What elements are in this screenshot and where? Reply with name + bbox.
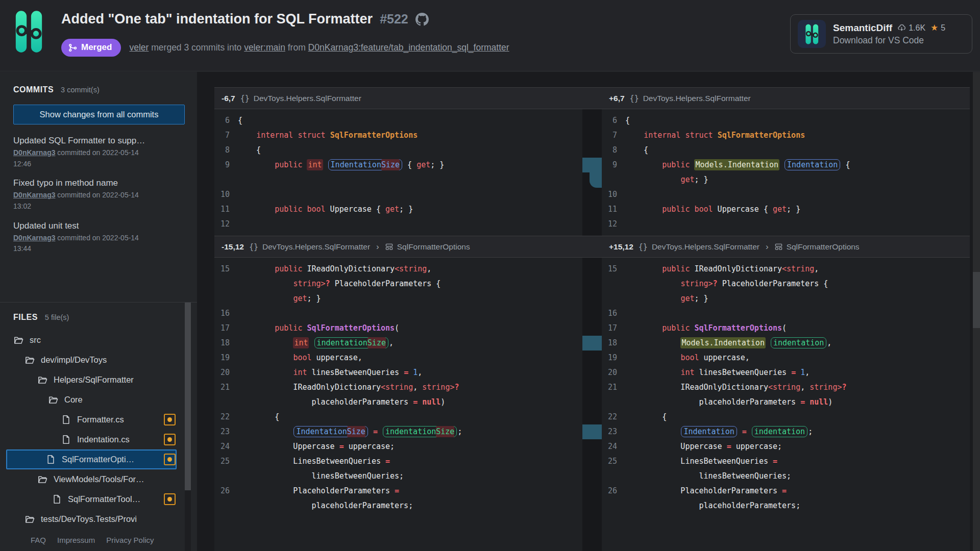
line-number: 23 — [214, 424, 238, 439]
hunk-breadcrumb: {}DevToys.Helpers.SqlFormatter — [249, 242, 370, 252]
line-number: 18 — [602, 336, 625, 350]
line-number: 21 — [602, 380, 625, 395]
line-number: 7 — [602, 128, 625, 143]
line-number: 12 — [214, 217, 238, 232]
line-number: 9 — [214, 158, 238, 172]
code-line: 24 Uppercase = uppercase; — [214, 439, 582, 454]
line-number — [214, 469, 238, 484]
line-number: 19 — [602, 350, 625, 365]
renamed-identifier-box: indentation — [771, 337, 826, 348]
code-line: string>? PlaceholderParameters { — [214, 277, 582, 291]
namespace-icon: {} — [630, 94, 639, 103]
commit-author-link[interactable]: D0nKarnag3 — [13, 148, 55, 157]
tree-label: Helpers/SqlFormatter — [54, 375, 176, 385]
commit-item[interactable]: Updated SQL Formatter to supp…D0nKarnag3… — [13, 136, 184, 169]
hunk-header-new: +15,12{}DevToys.Helpers.SqlFormatter›Sql… — [602, 236, 970, 258]
head-branch-link[interactable]: D0nKarnag3:feature/tab_indentation_sql_f… — [308, 42, 509, 53]
code-line: string>? PlaceholderParameters { — [602, 277, 970, 291]
base-branch-link[interactable]: veler:main — [244, 42, 285, 53]
commit-meta: D0nKarnag3 committed on 2022-05-14 13:02 — [13, 190, 151, 212]
code-line: 7 internal struct SqlFormatterOptions — [602, 128, 970, 143]
commit-author-link[interactable]: D0nKarnag3 — [13, 234, 55, 242]
line-number: 9 — [602, 158, 625, 172]
hunk-header-old: -6,7{}DevToys.Helpers.SqlFormatter — [214, 87, 582, 109]
tree-folder-tests-devtoys-tests-provi[interactable]: tests/DevToys.Tests/Provi — [0, 509, 177, 529]
line-number: 17 — [214, 321, 238, 336]
tree-label: SqlFormatterOpti… — [62, 455, 160, 464]
hunk-breadcrumb: {}DevToys.Helpers.SqlFormatter — [639, 242, 760, 252]
code-line: 16 — [602, 306, 970, 321]
commit-item[interactable]: Updated unit testD0nKarnag3 committed on… — [13, 221, 184, 255]
footer-link-faq[interactable]: FAQ — [31, 536, 46, 544]
line-number — [602, 291, 625, 306]
code-line: 21 IReadOnlyDictionary<string, string>? — [602, 380, 970, 395]
author-link[interactable]: veler — [129, 42, 149, 53]
hunk-breadcrumb: {}DevToys.Helpers.SqlFormatter — [240, 94, 361, 103]
sidebar-scrollbar-thumb[interactable] — [185, 303, 191, 490]
line-number: 22 — [602, 410, 625, 424]
code-line: 18 Models.Indentation indentation, — [602, 336, 970, 350]
line-number: 11 — [214, 202, 238, 217]
line-number: 16 — [602, 306, 625, 321]
show-all-commits-button[interactable]: Show changes from all commits — [13, 105, 185, 124]
line-number: 11 — [602, 202, 625, 217]
line-number — [602, 498, 625, 513]
tree-folder-dev-impl-devtoys[interactable]: dev/impl/DevToys — [0, 350, 177, 370]
folder-icon — [48, 395, 58, 405]
tree-folder-helpers-sqlformatter[interactable]: Helpers/SqlFormatter — [0, 370, 177, 390]
github-icon[interactable] — [415, 13, 429, 26]
commit-item[interactable]: Fixed typo in method nameD0nKarnag3 comm… — [13, 178, 184, 212]
tree-file-sqlformatteropti-[interactable]: SqlFormatterOpti… — [6, 449, 177, 469]
folder-icon — [14, 335, 23, 345]
line-number — [602, 469, 625, 484]
namespace-icon: {} — [639, 242, 648, 252]
tree-file-indentation-cs[interactable]: Indentation.cs — [0, 430, 177, 449]
tree-folder-viewmodels-tools-for-[interactable]: ViewModels/Tools/For… — [0, 469, 177, 489]
tree-label: src — [30, 335, 176, 345]
line-number: 17 — [602, 321, 625, 336]
code-line: 8 { — [214, 143, 582, 158]
line-number: 26 — [602, 484, 625, 498]
code-line: 20 int linesBetweenQueries = 1, — [602, 365, 970, 380]
code-line: 23 IndentationSize = indentationSize; — [214, 424, 582, 439]
folder-icon — [25, 514, 35, 524]
hunk-code: 6{7 internal struct SqlFormatterOptions8… — [602, 109, 970, 236]
code-line: 20 int linesBetweenQueries = 1, — [214, 365, 582, 380]
files-count: 5 file(s) — [45, 313, 69, 321]
tree-folder-src[interactable]: src — [0, 330, 177, 350]
tree-folder-core[interactable]: Core — [0, 390, 177, 410]
sidebar-scrollbar[interactable] — [185, 303, 191, 551]
commit-author-link[interactable]: D0nKarnag3 — [13, 191, 55, 199]
renamed-identifier-box: indentationSize — [314, 337, 388, 348]
sidebar: COMMITS 3 commit(s) Show changes from al… — [0, 72, 197, 551]
code-line: 17 public SqlFormatterOptions( — [602, 321, 970, 336]
hunk-header-new: +6,7{}DevToys.Helpers.SqlFormatter — [602, 87, 970, 109]
line-number — [214, 277, 238, 291]
file-icon — [46, 455, 56, 464]
footer-link-impressum[interactable]: Impressum — [57, 536, 95, 544]
hunk-range: +15,12 — [609, 242, 633, 252]
commit-title: Updated unit test — [13, 221, 184, 231]
line-number: 8 — [214, 143, 238, 158]
vscode-extension-card[interactable]: SemanticDiff 1.6K ★ 5 Download for VS Co… — [790, 14, 972, 54]
hunk-header-old: -15,12{}DevToys.Helpers.SqlFormatter›Sql… — [214, 236, 582, 258]
diff-pane-old: -6,7{}DevToys.Helpers.SqlFormatter6{7 in… — [214, 87, 582, 551]
files-section: FILES 5 file(s) srcdev/impl/DevToysHelpe… — [0, 302, 197, 551]
git-merge-icon — [68, 43, 77, 52]
main-scrollbar-thumb[interactable] — [973, 272, 980, 328]
code-line: 25 LinesBetweenQueries = — [602, 454, 970, 469]
footer-link-privacy-policy[interactable]: Privacy Policy — [106, 536, 154, 544]
code-line: 15 public IReadOnlyDictionary<string, — [602, 262, 970, 277]
code-line: placeholderParameters; — [602, 498, 970, 513]
semanticdiff-logo-icon — [13, 8, 45, 55]
struct-icon — [385, 243, 393, 251]
main-scrollbar[interactable] — [973, 72, 980, 551]
tree-file-formatter-cs[interactable]: Formatter.cs — [0, 410, 177, 430]
namespace-icon: {} — [249, 242, 258, 252]
commit-title: Updated SQL Formatter to supp… — [13, 136, 184, 146]
code-line: 8 { — [602, 143, 970, 158]
line-number: 21 — [214, 380, 238, 395]
line-number — [602, 172, 625, 187]
tree-file-sqlformattertool-[interactable]: SqlFormatterTool… — [0, 489, 177, 509]
line-number: 24 — [602, 439, 625, 454]
